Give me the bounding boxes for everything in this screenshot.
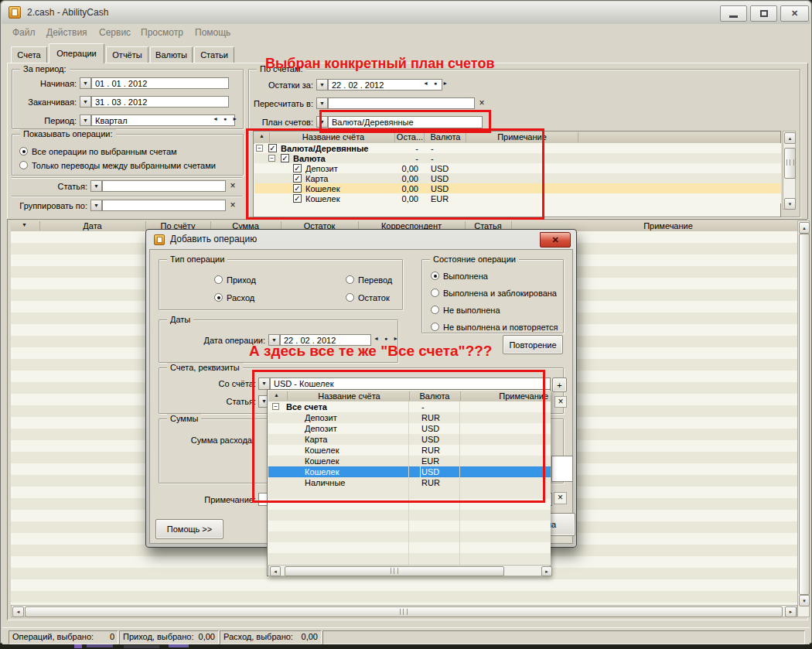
dialog-close-button[interactable]: ✕	[540, 232, 571, 248]
dialog-note-clear-icon[interactable]: ×	[554, 492, 567, 504]
start-date-field[interactable]: 01 . 01 . 2012	[91, 77, 229, 89]
spin-prev-icon[interactable]: ◄	[213, 116, 218, 121]
category-dropdown-icon[interactable]: ▼	[90, 180, 102, 192]
tree-scrollbar[interactable]: ▲ ▼	[783, 131, 796, 210]
scroll-down-icon[interactable]: ▼	[784, 198, 796, 210]
spin-prev-icon[interactable]: ◄	[423, 80, 428, 86]
spin-next-icon[interactable]: ►	[442, 80, 448, 86]
plan-label: План счетов:	[256, 118, 313, 128]
scroll-right-icon[interactable]: ►	[541, 566, 552, 576]
close-button[interactable]: ✕	[780, 5, 809, 22]
sum-label: Сумма расхода:	[169, 436, 254, 446]
groupby-field[interactable]	[102, 200, 226, 211]
radio-state-done[interactable]	[431, 272, 439, 280]
tab-accounts[interactable]: Счета	[11, 46, 47, 63]
scroll-up-icon[interactable]: ▲	[784, 132, 796, 144]
scroll-left-icon[interactable]: ◄	[270, 566, 281, 576]
maximize-button[interactable]	[750, 5, 777, 22]
radio-state-locked[interactable]	[431, 289, 439, 297]
menu-actions[interactable]: Действия	[46, 28, 87, 38]
repeat-button[interactable]: Повторение	[503, 335, 563, 354]
groupby-clear-icon[interactable]: ×	[227, 200, 238, 210]
recalc-dropdown-icon[interactable]: ▼	[316, 97, 328, 109]
end-date-dropdown-icon[interactable]: ▼	[80, 96, 91, 108]
category-clear-icon[interactable]: ×	[227, 181, 238, 191]
minimize-button[interactable]	[720, 5, 747, 22]
add-account-button[interactable]: +	[552, 377, 567, 392]
ops-hscrollbar-thumb[interactable]	[25, 606, 783, 617]
scroll-left-icon[interactable]: ◄	[12, 606, 24, 617]
recalc-label: Пересчитать в:	[250, 99, 313, 109]
dropdown-hscrollbar-thumb[interactable]	[285, 566, 504, 576]
show-ops-group-label: Показывать операции:	[20, 129, 116, 139]
recalc-field[interactable]	[328, 97, 475, 109]
radio-state-done-label: Выполнена	[443, 272, 488, 282]
menu-service[interactable]: Сервис	[99, 28, 131, 38]
dropdown-hscrollbar[interactable]: ◄ ►	[268, 565, 551, 576]
period-dropdown-icon[interactable]: ▼	[80, 114, 91, 126]
dialog-category-label: Статья:	[193, 397, 256, 407]
spin-prev-icon[interactable]: ◄	[374, 336, 379, 341]
tab-categories[interactable]: Статьи	[194, 46, 234, 63]
recalc-clear-icon[interactable]: ×	[476, 98, 487, 108]
tree-scrollbar-thumb[interactable]	[784, 148, 796, 179]
ops-header-note[interactable]: Примечание	[622, 221, 715, 231]
op-date-spinner[interactable]: ◄ ● ►	[374, 336, 398, 341]
radio-transfer[interactable]	[346, 275, 354, 284]
period-spinner[interactable]: ◄ ● ►	[213, 116, 237, 121]
radio-all-operations[interactable]	[19, 147, 28, 155]
radio-state-repeat[interactable]	[431, 323, 439, 331]
menu-file[interactable]: Файл	[12, 28, 36, 38]
end-date-field[interactable]: 31 . 03 . 2012	[91, 96, 229, 108]
ops-hscrollbar[interactable]: ◄ ►	[11, 605, 797, 617]
radio-income[interactable]	[214, 275, 223, 284]
radio-balance[interactable]	[346, 293, 354, 302]
title-bar[interactable]: 2.cash - AbilityCash ✕	[2, 2, 810, 24]
scroll-up-icon[interactable]: ▲	[799, 222, 810, 234]
filter-icon[interactable]: ▼	[22, 222, 27, 227]
balance-date-label: Остатки за:	[256, 80, 313, 91]
sum-field-fragment[interactable]	[551, 456, 573, 482]
ops-vscrollbar[interactable]: ▲ ▼	[797, 220, 810, 617]
screen: 2.cash - AbilityCash ✕ Файл Действия Сер…	[0, 0, 812, 649]
dialog-title: Добавить операцию	[170, 234, 257, 244]
menu-bar: Файл Действия Сервис Просмотр Помощь	[2, 24, 810, 42]
radio-expense[interactable]	[214, 293, 223, 302]
radio-expense-label: Расход	[227, 293, 254, 303]
scroll-down-icon[interactable]: ▼	[799, 595, 810, 606]
tab-reports[interactable]: Отчёты	[106, 46, 148, 63]
spin-current-icon[interactable]: ●	[223, 116, 227, 121]
start-date-label: Начиная:	[24, 79, 77, 89]
annotation-plan-text: Выбран конкретный план счетов	[265, 56, 495, 72]
spin-next-icon[interactable]: ►	[232, 116, 237, 121]
menu-view[interactable]: Просмотр	[141, 28, 183, 38]
ops-header-date[interactable]: Дата	[39, 221, 145, 231]
radio-income-label: Приход	[227, 275, 256, 285]
category-filter-field[interactable]	[102, 180, 226, 192]
radio-only-transfers[interactable]	[19, 161, 28, 169]
tab-currencies[interactable]: Валюты	[150, 46, 193, 63]
dates-group-label: Даты	[167, 315, 193, 325]
ops-vscrollbar-thumb[interactable]	[799, 234, 810, 595]
desktop-fragment	[169, 644, 189, 647]
start-date-dropdown-icon[interactable]: ▼	[80, 77, 91, 89]
help-button[interactable]: Помощь >>	[155, 519, 223, 539]
category-filter-label: Статья:	[24, 182, 87, 192]
scroll-right-icon[interactable]: ►	[785, 606, 797, 617]
separator	[12, 196, 242, 197]
dialog-category-clear-icon[interactable]: ×	[554, 396, 567, 408]
tab-operations[interactable]: Операции	[49, 43, 104, 63]
dialog-note-label: Примечание:	[179, 495, 256, 505]
groupby-dropdown-icon[interactable]: ▼	[90, 200, 102, 211]
close-icon: ✕	[791, 9, 798, 19]
spin-current-icon[interactable]: ●	[434, 80, 437, 86]
spin-next-icon[interactable]: ►	[393, 336, 398, 341]
radio-all-operations-label: Все операции по выбранным счетам	[32, 147, 177, 157]
separator	[12, 177, 242, 179]
status-operations: Операций, выбрано: 0	[9, 630, 118, 644]
menu-help[interactable]: Помощь	[195, 28, 230, 38]
radio-state-undone[interactable]	[431, 306, 439, 314]
balance-date-dropdown-icon[interactable]: ▼	[316, 79, 328, 91]
spin-current-icon[interactable]: ●	[384, 336, 387, 341]
balance-date-spinner[interactable]: ◄ ● ►	[423, 80, 448, 86]
